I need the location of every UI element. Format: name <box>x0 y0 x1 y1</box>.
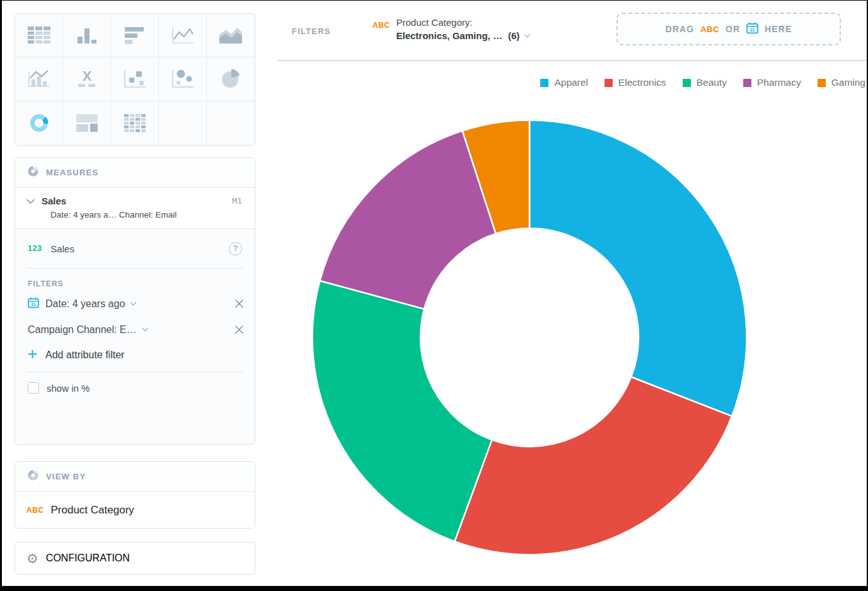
chevron-down-icon <box>524 32 531 38</box>
measure-config-body: 123 Sales ? FILTERS 31 Date: 4 years ago <box>15 229 255 445</box>
chart-type-bubble-chart[interactable] <box>159 57 207 101</box>
legend-label: Apparel <box>554 77 587 88</box>
filter-bar-label: FILTERS <box>292 26 331 36</box>
plus-icon <box>28 349 37 361</box>
chart-type-pie-chart[interactable] <box>207 57 255 101</box>
view-by-title: VIEW BY <box>46 472 86 481</box>
legend-item-beauty[interactable]: Beauty <box>683 77 727 88</box>
chart-type-treemap[interactable] <box>63 102 111 145</box>
legend-item-apparel[interactable]: Apparel <box>540 77 587 88</box>
measures-title: MEASURES <box>46 168 98 177</box>
attribute-abc-icon: ABC <box>26 506 44 515</box>
chart-type-selector: X <box>14 13 255 146</box>
chart-type-headline[interactable]: X <box>63 57 111 101</box>
gear-icon: ⚙ <box>26 552 38 565</box>
chart-type-line-chart[interactable] <box>159 14 207 57</box>
donut-mini-icon <box>28 166 38 179</box>
attribute-label: Product Category <box>51 504 134 517</box>
attribute-abc-icon: ABC <box>700 25 719 34</box>
configuration-panel: ⚙ CONFIGURATION <box>14 542 255 575</box>
chevron-down-icon <box>26 196 35 204</box>
dropzone-drag-label: DRAG <box>666 24 695 34</box>
measure-tag: M1 <box>232 196 242 206</box>
numeric-fact-icon: 123 <box>28 244 42 253</box>
analytical-designer: X MEASURES Sales M1 Date: 4 years a… Cha… <box>2 1 867 586</box>
measures-panel: MEASURES Sales M1 Date: 4 years a… Chann… <box>14 157 255 445</box>
active-filter-product-category[interactable]: ABC Product Category: Electronics, Gamin… <box>373 17 529 41</box>
chart-type-column-chart[interactable] <box>63 14 111 57</box>
filter-label: Campaign Channel: E… <box>28 324 137 336</box>
legend-label: Pharmacy <box>757 77 801 88</box>
chart-type-combo-chart[interactable] <box>15 57 63 101</box>
legend-item-pharmacy[interactable]: Pharmacy <box>743 77 801 88</box>
measure-item-sales[interactable]: Sales M1 Date: 4 years a… Channel: Email <box>15 188 255 229</box>
donut-slice-apparel[interactable] <box>529 120 747 416</box>
show-in-percent-toggle[interactable]: show in % <box>15 372 255 404</box>
filter-dropzone[interactable]: DRAG ABC OR 31 HERE <box>616 13 841 45</box>
legend-swatch <box>540 79 548 87</box>
calendar-icon: 31 <box>746 22 758 37</box>
measure-name: Sales <box>42 196 224 206</box>
legend-swatch <box>743 79 751 87</box>
chart-type-empty <box>207 102 255 145</box>
chevron-down-icon <box>142 325 148 332</box>
remove-filter-button[interactable] <box>234 298 245 309</box>
svg-text:X: X <box>82 68 91 84</box>
donut-mini-icon <box>28 470 38 483</box>
app-window: X MEASURES Sales M1 Date: 4 years a… Cha… <box>0 0 868 591</box>
filter-selection: Electronics, Gaming, … <box>396 30 502 41</box>
chart-legend: ApparelElectronicsBeautyPharmacyGaming <box>540 77 865 88</box>
calendar-icon: 31 <box>28 297 39 311</box>
chart-type-bar-chart[interactable] <box>111 14 159 57</box>
chart-type-heatmap[interactable] <box>111 102 159 145</box>
fact-label: Sales <box>50 243 220 254</box>
measure-details: Date: 4 years a… Channel: Email <box>50 210 242 219</box>
show-in-percent-label: show in % <box>47 383 90 394</box>
legend-label: Gaming <box>831 77 865 88</box>
donut-slice-beauty[interactable] <box>313 281 492 541</box>
chart-type-scatter-plot[interactable] <box>111 57 159 101</box>
legend-label: Beauty <box>697 77 727 88</box>
filter-row-campaign-channel[interactable]: Campaign Channel: E… <box>15 317 255 342</box>
donut-slice-pharmacy[interactable] <box>320 131 495 309</box>
donut-slice-electronics[interactable] <box>454 377 732 555</box>
chart-type-area-chart[interactable] <box>207 14 255 57</box>
configuration-title: CONFIGURATION <box>46 553 130 564</box>
legend-swatch <box>683 79 691 87</box>
view-by-header: VIEW BY <box>15 462 255 492</box>
legend-swatch <box>605 79 613 87</box>
chart-type-table[interactable] <box>15 14 63 57</box>
chart-type-empty <box>159 102 207 145</box>
svg-text:31: 31 <box>31 302 36 307</box>
filters-sub-label: FILTERS <box>15 269 255 291</box>
configuration-header[interactable]: ⚙ CONFIGURATION <box>15 542 255 574</box>
fact-row: 123 Sales ? <box>15 229 255 268</box>
filter-row-date[interactable]: 31 Date: 4 years ago <box>15 291 255 317</box>
legend-swatch <box>818 79 826 87</box>
attribute-abc-icon: ABC <box>373 21 390 41</box>
add-attribute-filter-button[interactable]: Add attribute filter <box>15 342 255 368</box>
add-filter-label: Add attribute filter <box>45 349 124 361</box>
view-by-attribute-product-category[interactable]: ABC Product Category <box>15 492 255 529</box>
dropzone-or-label: OR <box>726 24 740 34</box>
filter-label: Date: 4 years ago <box>45 298 125 310</box>
view-by-panel: VIEW BY ABC Product Category <box>14 461 255 529</box>
donut-chart <box>310 117 749 558</box>
chart-type-donut-chart[interactable] <box>15 102 63 145</box>
legend-item-gaming[interactable]: Gaming <box>818 77 865 88</box>
filter-attribute-name: Product Category: <box>396 17 530 28</box>
checkbox-unchecked[interactable] <box>28 382 39 394</box>
dropzone-here-label: HERE <box>765 24 792 34</box>
legend-item-electronics[interactable]: Electronics <box>605 77 666 88</box>
divider <box>277 60 867 61</box>
legend-label: Electronics <box>618 77 666 88</box>
svg-text:31: 31 <box>750 27 755 32</box>
filter-count: (6) <box>508 30 519 41</box>
help-icon[interactable]: ? <box>229 242 242 255</box>
chevron-down-icon <box>130 300 137 306</box>
measures-header: MEASURES <box>15 158 255 188</box>
remove-filter-button[interactable] <box>234 324 245 335</box>
